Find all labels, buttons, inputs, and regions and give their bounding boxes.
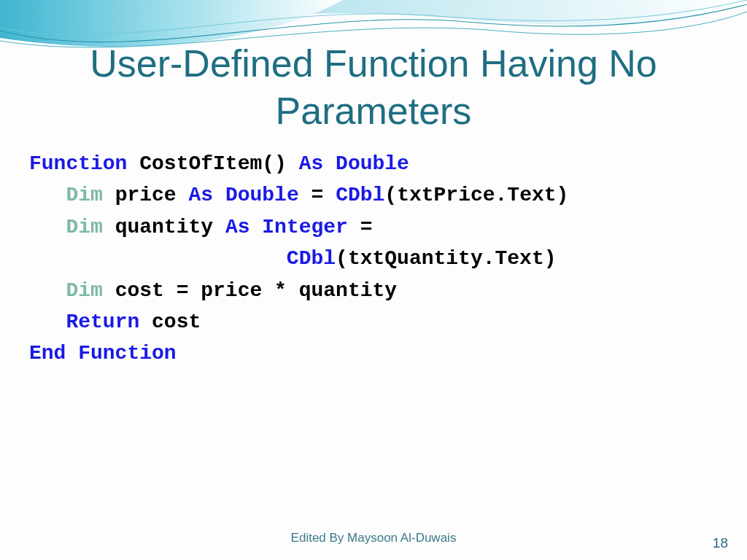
kw-dim: Dim [66,184,102,206]
eq: = [348,216,384,238]
kw-dim: Dim [66,279,102,302]
eq: = [299,184,336,206]
kw-as-integer: As Integer [225,216,348,238]
fn-cdbl: CDbl [336,184,384,206]
indent [29,279,66,302]
kw-return: Return [66,311,139,333]
kw-as-double: As Double [299,152,409,175]
var-price: price [103,184,189,206]
footer-credit: Edited By Maysoon Al-Duwais [0,531,747,551]
kw-dim: Dim [66,216,102,238]
indent [29,184,66,206]
kw-function: Function [29,152,127,175]
indent [29,216,66,238]
kw-end-function: End Function [29,342,177,365]
var-qty: quantity [103,216,225,238]
fn-cdbl: CDbl [287,247,336,270]
slide-title: User-Defined Function Having No Paramete… [0,0,747,135]
page-number: 18 [713,535,728,551]
code-sample: Function CostOfItem() As Double Dim pric… [29,148,718,370]
indent [29,311,66,333]
kw-as-double-2: As Double [188,184,298,206]
ret-body: cost [139,311,201,333]
cont-indent [29,247,287,270]
arg-qty: (txtQuantity.Text) [336,247,556,270]
var-cost: cost = price * quantity [103,279,397,302]
fn-name: CostOfItem() [127,152,298,175]
arg-price: (txtPrice.Text) [384,184,568,206]
